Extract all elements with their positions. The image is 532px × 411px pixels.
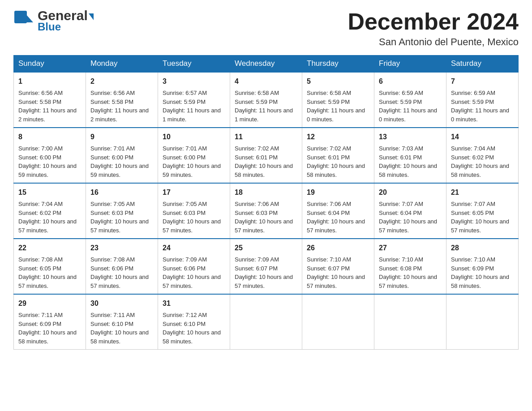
day-info: Sunrise: 6:58 AMSunset: 5:59 PMDaylight:… <box>307 89 369 124</box>
header-area: General Blue December 2024 San Antonio d… <box>13 9 519 48</box>
title-area: December 2024 San Antonio del Puente, Me… <box>348 9 519 48</box>
header-day-wednesday: Wednesday <box>230 56 302 73</box>
day-info: Sunrise: 7:10 AMSunset: 6:08 PMDaylight:… <box>379 255 442 290</box>
calendar-day-28: 28Sunrise: 7:10 AMSunset: 6:09 PMDayligh… <box>446 239 519 294</box>
day-info: Sunrise: 7:02 AMSunset: 6:01 PMDaylight:… <box>235 144 297 179</box>
header-day-saturday: Saturday <box>446 56 519 73</box>
day-number: 6 <box>379 76 442 87</box>
day-number: 14 <box>451 132 514 142</box>
day-info: Sunrise: 7:07 AMSunset: 6:05 PMDaylight:… <box>451 200 514 235</box>
day-info: Sunrise: 7:01 AMSunset: 6:00 PMDaylight:… <box>163 144 225 179</box>
calendar-day-15: 15Sunrise: 7:04 AMSunset: 6:02 PMDayligh… <box>14 183 86 239</box>
day-info: Sunrise: 7:01 AMSunset: 6:00 PMDaylight:… <box>90 144 153 179</box>
location-title: San Antonio del Puente, Mexico <box>348 36 519 48</box>
day-number: 5 <box>307 76 369 87</box>
day-info: Sunrise: 6:59 AMSunset: 5:59 PMDaylight:… <box>451 89 514 124</box>
day-info: Sunrise: 7:10 AMSunset: 6:07 PMDaylight:… <box>307 255 369 290</box>
day-number: 26 <box>307 243 369 253</box>
day-info: Sunrise: 7:06 AMSunset: 6:03 PMDaylight:… <box>235 200 297 235</box>
calendar-day-4: 4Sunrise: 6:58 AMSunset: 5:59 PMDaylight… <box>230 72 302 128</box>
day-info: Sunrise: 7:06 AMSunset: 6:04 PMDaylight:… <box>307 200 369 235</box>
logo-blue: Blue <box>38 21 94 32</box>
day-info: Sunrise: 7:11 AMSunset: 6:10 PMDaylight:… <box>90 311 153 346</box>
calendar-day-12: 12Sunrise: 7:02 AMSunset: 6:01 PMDayligh… <box>302 128 374 183</box>
day-info: Sunrise: 7:10 AMSunset: 6:09 PMDaylight:… <box>451 255 514 290</box>
calendar-day-2: 2Sunrise: 6:56 AMSunset: 5:58 PMDaylight… <box>86 72 158 128</box>
header-day-monday: Monday <box>86 56 158 73</box>
header-day-thursday: Thursday <box>302 56 374 73</box>
calendar-day-3: 3Sunrise: 6:57 AMSunset: 5:59 PMDaylight… <box>158 72 230 128</box>
calendar-day-19: 19Sunrise: 7:06 AMSunset: 6:04 PMDayligh… <box>302 183 374 239</box>
calendar-day-31: 31Sunrise: 7:12 AMSunset: 6:10 PMDayligh… <box>158 294 230 350</box>
calendar-day-16: 16Sunrise: 7:05 AMSunset: 6:03 PMDayligh… <box>86 183 158 239</box>
day-info: Sunrise: 7:00 AMSunset: 6:00 PMDaylight:… <box>18 144 81 179</box>
day-number: 23 <box>90 243 153 253</box>
day-number: 3 <box>163 76 225 87</box>
day-number: 22 <box>18 243 81 253</box>
day-number: 28 <box>451 243 514 253</box>
day-number: 2 <box>90 76 153 87</box>
calendar-day-10: 10Sunrise: 7:01 AMSunset: 6:00 PMDayligh… <box>158 128 230 183</box>
calendar-day-5: 5Sunrise: 6:58 AMSunset: 5:59 PMDaylight… <box>302 72 374 128</box>
calendar-day-30: 30Sunrise: 7:11 AMSunset: 6:10 PMDayligh… <box>86 294 158 350</box>
day-info: Sunrise: 7:09 AMSunset: 6:07 PMDaylight:… <box>235 255 297 290</box>
day-number: 4 <box>235 76 297 87</box>
day-number: 20 <box>379 187 442 198</box>
logo-container: General Blue <box>13 9 94 32</box>
svg-rect-0 <box>14 11 27 23</box>
day-info: Sunrise: 7:12 AMSunset: 6:10 PMDaylight:… <box>163 311 225 346</box>
day-info: Sunrise: 6:57 AMSunset: 5:59 PMDaylight:… <box>163 89 225 124</box>
calendar-day-17: 17Sunrise: 7:05 AMSunset: 6:03 PMDayligh… <box>158 183 230 239</box>
day-info: Sunrise: 7:08 AMSunset: 6:06 PMDaylight:… <box>90 255 153 290</box>
calendar-day-13: 13Sunrise: 7:03 AMSunset: 6:01 PMDayligh… <box>374 128 446 183</box>
calendar-day-21: 21Sunrise: 7:07 AMSunset: 6:05 PMDayligh… <box>446 183 519 239</box>
logo-wrap: General Blue <box>13 9 94 32</box>
calendar-week-row: 22Sunrise: 7:08 AMSunset: 6:05 PMDayligh… <box>14 239 519 294</box>
calendar-day-26: 26Sunrise: 7:10 AMSunset: 6:07 PMDayligh… <box>302 239 374 294</box>
calendar-day-11: 11Sunrise: 7:02 AMSunset: 6:01 PMDayligh… <box>230 128 302 183</box>
day-info: Sunrise: 6:56 AMSunset: 5:58 PMDaylight:… <box>18 89 81 124</box>
day-number: 10 <box>163 132 225 142</box>
calendar-day-1: 1Sunrise: 6:56 AMSunset: 5:58 PMDaylight… <box>14 72 86 128</box>
header-day-tuesday: Tuesday <box>158 56 230 73</box>
day-info: Sunrise: 7:05 AMSunset: 6:03 PMDaylight:… <box>90 200 153 235</box>
calendar-day-9: 9Sunrise: 7:01 AMSunset: 6:00 PMDaylight… <box>86 128 158 183</box>
day-number: 8 <box>18 132 81 142</box>
day-info: Sunrise: 7:04 AMSunset: 6:02 PMDaylight:… <box>451 144 514 179</box>
calendar-day-6: 6Sunrise: 6:59 AMSunset: 5:59 PMDaylight… <box>374 72 446 128</box>
calendar-day-24: 24Sunrise: 7:09 AMSunset: 6:06 PMDayligh… <box>158 239 230 294</box>
day-number: 18 <box>235 187 297 198</box>
day-info: Sunrise: 7:11 AMSunset: 6:09 PMDaylight:… <box>18 311 81 346</box>
day-info: Sunrise: 6:56 AMSunset: 5:58 PMDaylight:… <box>90 89 153 124</box>
header-day-sunday: Sunday <box>14 56 86 73</box>
day-number: 17 <box>163 187 225 198</box>
day-number: 11 <box>235 132 297 142</box>
month-title: December 2024 <box>348 9 519 34</box>
day-number: 21 <box>451 187 514 198</box>
day-info: Sunrise: 7:08 AMSunset: 6:05 PMDaylight:… <box>18 255 81 290</box>
day-info: Sunrise: 7:04 AMSunset: 6:02 PMDaylight:… <box>18 200 81 235</box>
calendar-empty-cell <box>446 294 519 350</box>
day-info: Sunrise: 7:09 AMSunset: 6:06 PMDaylight:… <box>163 255 225 290</box>
header-day-friday: Friday <box>374 56 446 73</box>
day-number: 7 <box>451 76 514 87</box>
day-info: Sunrise: 7:07 AMSunset: 6:04 PMDaylight:… <box>379 200 442 235</box>
calendar-empty-cell <box>374 294 446 350</box>
calendar-day-20: 20Sunrise: 7:07 AMSunset: 6:04 PMDayligh… <box>374 183 446 239</box>
calendar-day-23: 23Sunrise: 7:08 AMSunset: 6:06 PMDayligh… <box>86 239 158 294</box>
calendar-week-row: 29Sunrise: 7:11 AMSunset: 6:09 PMDayligh… <box>14 294 519 350</box>
day-number: 15 <box>18 187 81 198</box>
calendar-week-row: 15Sunrise: 7:04 AMSunset: 6:02 PMDayligh… <box>14 183 519 239</box>
general-blue-icon <box>13 10 35 31</box>
day-info: Sunrise: 7:03 AMSunset: 6:01 PMDaylight:… <box>379 144 442 179</box>
day-info: Sunrise: 7:02 AMSunset: 6:01 PMDaylight:… <box>307 144 369 179</box>
day-number: 27 <box>379 243 442 253</box>
day-number: 9 <box>90 132 153 142</box>
day-info: Sunrise: 6:58 AMSunset: 5:59 PMDaylight:… <box>235 89 297 124</box>
day-number: 31 <box>163 298 225 309</box>
day-number: 1 <box>18 76 81 87</box>
day-number: 25 <box>235 243 297 253</box>
day-number: 30 <box>90 298 153 309</box>
calendar-day-27: 27Sunrise: 7:10 AMSunset: 6:08 PMDayligh… <box>374 239 446 294</box>
calendar-day-25: 25Sunrise: 7:09 AMSunset: 6:07 PMDayligh… <box>230 239 302 294</box>
